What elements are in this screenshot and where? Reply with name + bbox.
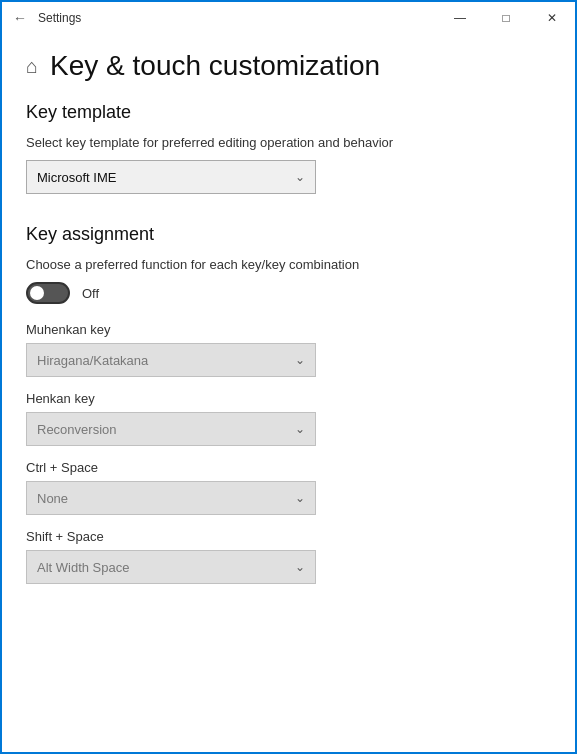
- home-icon: ⌂: [26, 55, 38, 78]
- back-button[interactable]: ←: [10, 8, 30, 28]
- muhenkan-chevron-icon: ⌄: [295, 353, 305, 367]
- settings-window: ← Settings — □ ✕ ⌂ Key & touch customiza…: [0, 0, 577, 754]
- key-template-description: Select key template for preferred editin…: [26, 135, 551, 150]
- title-bar-left: ← Settings: [10, 8, 81, 28]
- key-assignment-toggle[interactable]: [26, 282, 70, 304]
- toggle-knob: [30, 286, 44, 300]
- toggle-row: Off: [26, 282, 551, 304]
- muhenkan-key-label: Muhenkan key: [26, 322, 551, 337]
- toggle-label: Off: [82, 286, 99, 301]
- title-bar: ← Settings — □ ✕: [2, 2, 575, 34]
- ctrl-space-chevron-icon: ⌄: [295, 491, 305, 505]
- key-assignment-description: Choose a preferred function for each key…: [26, 257, 551, 272]
- shift-space-chevron-icon: ⌄: [295, 560, 305, 574]
- ctrl-space-value: None: [37, 491, 68, 506]
- section-spacer: [26, 200, 551, 224]
- page-header: ⌂ Key & touch customization: [26, 34, 551, 102]
- key-assignment-section: Key assignment Choose a preferred functi…: [26, 224, 551, 584]
- key-template-dropdown-value: Microsoft IME: [37, 170, 116, 185]
- henkan-key-item: Henkan key Reconversion ⌄: [26, 391, 551, 446]
- key-template-title: Key template: [26, 102, 551, 123]
- ctrl-space-item: Ctrl + Space None ⌄: [26, 460, 551, 515]
- shift-space-label: Shift + Space: [26, 529, 551, 544]
- key-template-dropdown[interactable]: Microsoft IME ⌄: [26, 160, 316, 194]
- shift-space-dropdown[interactable]: Alt Width Space ⌄: [26, 550, 316, 584]
- minimize-button[interactable]: —: [437, 2, 483, 34]
- maximize-button[interactable]: □: [483, 2, 529, 34]
- muhenkan-key-dropdown[interactable]: Hiragana/Katakana ⌄: [26, 343, 316, 377]
- shift-space-value: Alt Width Space: [37, 560, 130, 575]
- key-template-chevron-icon: ⌄: [295, 170, 305, 184]
- title-bar-controls: — □ ✕: [437, 2, 575, 34]
- close-button[interactable]: ✕: [529, 2, 575, 34]
- henkan-key-value: Reconversion: [37, 422, 117, 437]
- henkan-key-dropdown[interactable]: Reconversion ⌄: [26, 412, 316, 446]
- page-title: Key & touch customization: [50, 50, 380, 82]
- henkan-key-label: Henkan key: [26, 391, 551, 406]
- henkan-chevron-icon: ⌄: [295, 422, 305, 436]
- muhenkan-key-item: Muhenkan key Hiragana/Katakana ⌄: [26, 322, 551, 377]
- key-assignment-title: Key assignment: [26, 224, 551, 245]
- content-area: ⌂ Key & touch customization Key template…: [2, 34, 575, 752]
- window-title: Settings: [38, 11, 81, 25]
- muhenkan-key-value: Hiragana/Katakana: [37, 353, 148, 368]
- ctrl-space-dropdown[interactable]: None ⌄: [26, 481, 316, 515]
- shift-space-item: Shift + Space Alt Width Space ⌄: [26, 529, 551, 584]
- ctrl-space-label: Ctrl + Space: [26, 460, 551, 475]
- key-template-section: Key template Select key template for pre…: [26, 102, 551, 194]
